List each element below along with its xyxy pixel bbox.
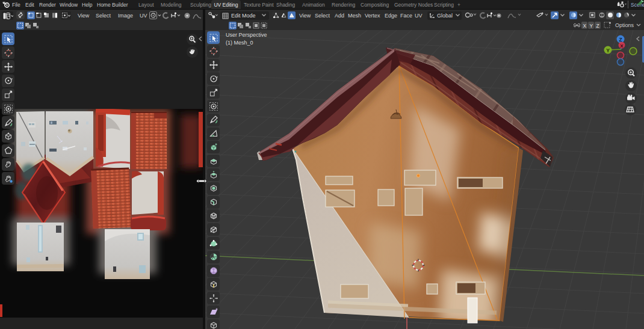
svg-text:User Perspective: User Perspective — [226, 32, 267, 38]
svg-text:X: X — [620, 43, 624, 49]
svg-text:Z: Z — [619, 37, 622, 43]
svg-text:Y: Y — [606, 48, 610, 54]
svg-text:(1) Mesh_0: (1) Mesh_0 — [226, 40, 253, 46]
